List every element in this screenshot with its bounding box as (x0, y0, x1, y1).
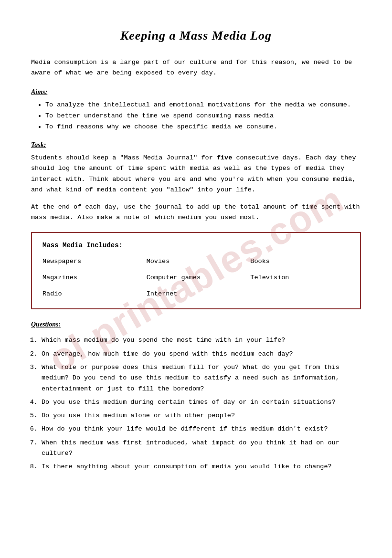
task-heading: Task: (31, 141, 361, 149)
question-1: Which mass medium do you spend the most … (42, 335, 361, 346)
question-4: Do you use this medium during certain ti… (42, 397, 361, 408)
question-3: What role or purpose does this medium fi… (42, 362, 361, 394)
intro-paragraph: Media consumption is a large part of our… (31, 57, 361, 78)
media-grid: Newspapers Movies Books Magazines Comput… (42, 256, 350, 300)
media-item-empty (250, 288, 350, 300)
task-paragraph-1: Students should keep a "Mass Media Journ… (31, 153, 361, 195)
aims-item-3: To find reasons why we choose the specif… (45, 122, 361, 133)
media-item-internet: Internet (147, 288, 246, 300)
questions-heading: Questions: (31, 321, 361, 328)
question-2: On average, how much time do you spend w… (42, 349, 361, 359)
questions-section: Questions: Which mass medium do you spen… (31, 321, 361, 472)
aims-item-2: To better understand the time we spend c… (45, 111, 361, 122)
aims-item-1: To analyze the intellectual and emotiona… (45, 100, 361, 111)
media-item-movies: Movies (147, 256, 246, 267)
media-item-books: Books (250, 256, 350, 267)
media-item-computer-games: Computer games (147, 272, 246, 284)
media-box: Mass Media Includes: Newspapers Movies B… (31, 232, 361, 310)
task-section: Task: Students should keep a "Mass Media… (31, 141, 361, 223)
page-title: Keeping a Mass Media Log (31, 29, 361, 43)
aims-list: To analyze the intellectual and emotiona… (31, 100, 361, 133)
aims-section: Aims: To analyze the intellectual and em… (31, 88, 361, 133)
document-page: ol printables.com Keeping a Mass Media L… (0, 0, 392, 558)
media-item-radio: Radio (42, 288, 142, 300)
aims-heading: Aims: (31, 88, 361, 96)
question-5: Do you use this medium alone or with oth… (42, 411, 361, 421)
task-paragraph-2: At the end of each day, use the journal … (31, 202, 361, 223)
media-box-title: Mass Media Includes: (42, 242, 350, 249)
media-item-newspapers: Newspapers (42, 256, 142, 267)
task-text-bold: five (217, 154, 232, 161)
task-text-pre: Students should keep a "Mass Media Journ… (31, 154, 217, 161)
questions-list: Which mass medium do you spend the most … (31, 335, 361, 472)
question-6: How do you think your life would be diff… (42, 424, 361, 434)
question-7: When this medium was first introduced, w… (42, 438, 361, 459)
media-item-television: Television (250, 272, 350, 284)
media-item-magazines: Magazines (42, 272, 142, 284)
question-8: Is there anything about your consumption… (42, 462, 361, 472)
